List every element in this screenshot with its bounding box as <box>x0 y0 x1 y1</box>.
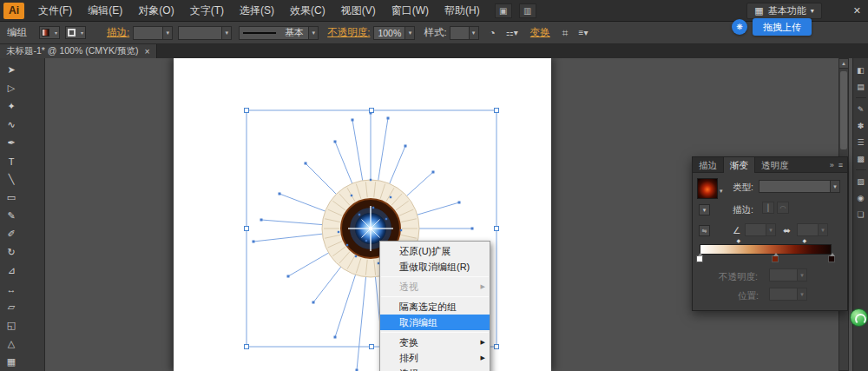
opacity-combo[interactable]: 100% ▾ <box>373 26 415 40</box>
layers-panel-icon[interactable]: ❏ <box>854 208 867 221</box>
scale-tool[interactable]: ⊿ <box>0 262 23 280</box>
free-transform-tool[interactable]: ▱ <box>0 298 23 316</box>
menu-item-4[interactable]: 文字(T) <box>182 0 232 22</box>
menu-item-7[interactable]: 视图(V) <box>333 0 384 22</box>
gradient-panel-icon[interactable]: ▩ <box>854 152 867 165</box>
submenu-arrow-icon: ▶ <box>481 335 485 350</box>
collapse-panel-icon[interactable]: » <box>830 161 834 169</box>
gradient-panel-body: ▾ 类型: ▾ ▾ 描边: ┃ ◠ ⇋ ∠ ▾ ⬌ ▾ ◆◆ 不透明度: ▾ <box>693 173 847 310</box>
window-close-button[interactable]: ✕ <box>853 5 861 17</box>
fill-color-chip[interactable]: ▾ <box>39 26 60 39</box>
dropdown-caret-icon[interactable]: ▾ <box>162 27 172 39</box>
gradient-type-combo[interactable]: ▾ <box>759 180 840 193</box>
menu-item-2[interactable]: 编辑(E) <box>80 0 130 22</box>
rectangle-tool[interactable]: ▭ <box>0 189 23 207</box>
screen-layout-icon[interactable]: ▥ <box>519 3 536 18</box>
context-menu-item[interactable]: 排列▶ <box>380 350 490 366</box>
lasso-tool[interactable]: ∿ <box>0 116 23 134</box>
mesh-tool[interactable]: ▦ <box>0 353 23 371</box>
scrollbar-thumb[interactable] <box>840 71 847 149</box>
paintbrush-tool[interactable]: ✎ <box>0 207 23 225</box>
selection-tool[interactable]: ➤ <box>0 61 23 79</box>
menu-item-9[interactable]: 帮助(H) <box>437 0 488 22</box>
rotate-tool[interactable]: ↻ <box>0 243 23 262</box>
pencil-tool[interactable]: ✐ <box>0 225 23 243</box>
gradient-stop-handle[interactable] <box>696 255 703 262</box>
menu-item-5[interactable]: 选择(S) <box>232 0 282 22</box>
gp-opacity-label: 不透明度: <box>719 271 758 283</box>
gradient-fill-chip[interactable]: ▾ <box>699 204 710 215</box>
width-tool[interactable]: ↔ <box>0 280 23 298</box>
isolate-selected-icon[interactable]: ⌗ <box>562 27 569 39</box>
panel-options-icon[interactable]: ≡▾ <box>579 28 589 37</box>
share-icon[interactable]: ❋ <box>732 19 747 35</box>
arrange-documents-icon[interactable]: ▣ <box>495 3 512 18</box>
selected-artwork[interactable] <box>174 58 551 371</box>
direct-selection-tool[interactable]: ▷ <box>0 79 23 97</box>
menu-item-1[interactable]: 文件(F) <box>30 0 80 22</box>
menu-item-8[interactable]: 窗口(W) <box>384 0 437 22</box>
transform-link[interactable]: 变换 <box>530 26 550 39</box>
color-panel-icon[interactable]: ◧ <box>854 63 867 76</box>
floating-assistant-ball-icon[interactable] <box>850 308 868 327</box>
scroll-up-icon[interactable]: ▲ <box>839 59 848 69</box>
shape-builder-tool[interactable]: ◱ <box>0 316 23 335</box>
perspective-grid-tool[interactable]: △ <box>0 335 23 353</box>
type-tool[interactable]: T <box>0 152 23 170</box>
workspace-switcher[interactable]: ▦ 基本功能 ▾ <box>746 3 821 19</box>
tab-transparency[interactable]: 透明度 <box>755 157 795 173</box>
dropdown-caret-icon[interactable]: ▾ <box>308 27 318 39</box>
gradient-midpoint-icon[interactable]: ◆ <box>803 237 807 243</box>
context-menu-item[interactable]: 选择▶ <box>380 366 490 371</box>
tab-close-icon[interactable]: × <box>144 46 149 56</box>
panel-menu-icon[interactable]: ≡ <box>838 161 843 169</box>
appearance-panel-icon[interactable]: ◉ <box>854 191 867 204</box>
gradient-within-stroke-icon: ┃ <box>762 202 774 214</box>
tab-gradient[interactable]: 渐变 <box>723 157 755 173</box>
stroke-color-chip[interactable]: ▾ <box>65 26 86 39</box>
align-icon[interactable]: ⚏▾ <box>506 28 518 37</box>
context-menu-item[interactable]: 隔离选定的组 <box>380 299 490 315</box>
menu-item-label: 透视 <box>399 282 418 292</box>
gradient-slider-bar[interactable] <box>700 244 832 255</box>
gradient-swatch-thumbnail[interactable] <box>697 178 718 199</box>
line-tool[interactable]: ╲ <box>0 170 23 189</box>
artboard[interactable] <box>174 58 551 371</box>
context-menu-item[interactable]: 重做取消编组(R) <box>380 259 490 275</box>
brush-definition-combo[interactable]: 基本 ▾ <box>239 26 319 40</box>
transparency-panel-icon[interactable]: ▨ <box>854 175 867 188</box>
context-menu-item[interactable]: 取消编组 <box>380 315 490 330</box>
reverse-gradient-icon[interactable]: ⇋ <box>699 225 710 236</box>
menu-item-6[interactable]: 效果(C) <box>282 0 333 22</box>
gradient-stop-handle[interactable] <box>772 255 779 262</box>
dropdown-caret-icon[interactable]: ▾ <box>221 27 231 39</box>
swatches-panel-icon[interactable]: ▤ <box>854 80 867 93</box>
dropdown-caret-icon[interactable]: ▾ <box>469 27 478 39</box>
menu-item-3[interactable]: 对象(O) <box>130 0 181 22</box>
submenu-arrow-icon: ▶ <box>481 350 485 366</box>
upload-button[interactable]: 拖拽上传 <box>753 18 812 36</box>
document-tab[interactable]: 未标题-1* @ 100% (CMYK/预览) × <box>0 44 157 58</box>
selection-type-label: 编组 <box>7 26 27 39</box>
opacity-link[interactable]: 不透明度: <box>327 26 370 39</box>
workspace-label: 基本功能 <box>768 4 806 17</box>
recolor-artwork-icon[interactable]: ◔ <box>490 27 496 39</box>
context-menu-item[interactable]: 变换▶ <box>380 335 490 350</box>
brushes-panel-icon[interactable]: ✎ <box>854 103 867 116</box>
caret-down-icon[interactable]: ▾ <box>720 188 723 195</box>
tab-stroke[interactable]: 描边 <box>693 157 723 173</box>
stroke-panel-icon[interactable]: ☰ <box>854 136 867 149</box>
width-profile-combo[interactable]: ▾ <box>178 26 232 40</box>
symbols-panel-icon[interactable]: ✽ <box>854 119 867 132</box>
magic-wand-tool[interactable]: ✦ <box>0 97 23 116</box>
gradient-midpoint-icon[interactable]: ◆ <box>737 237 741 243</box>
stroke-link[interactable]: 描边: <box>107 26 129 39</box>
context-menu-item[interactable]: 还原(U)扩展 <box>380 243 490 259</box>
dropdown-caret-icon[interactable]: ▾ <box>830 181 839 192</box>
dropdown-caret-icon[interactable]: ▾ <box>404 27 414 39</box>
stroke-weight-combo[interactable]: ▾ <box>133 26 173 40</box>
dock-separator <box>856 169 866 170</box>
pen-tool[interactable]: ✒ <box>0 134 23 152</box>
gradient-stop-handle[interactable] <box>828 255 835 262</box>
style-combo[interactable]: ▾ <box>450 26 479 40</box>
